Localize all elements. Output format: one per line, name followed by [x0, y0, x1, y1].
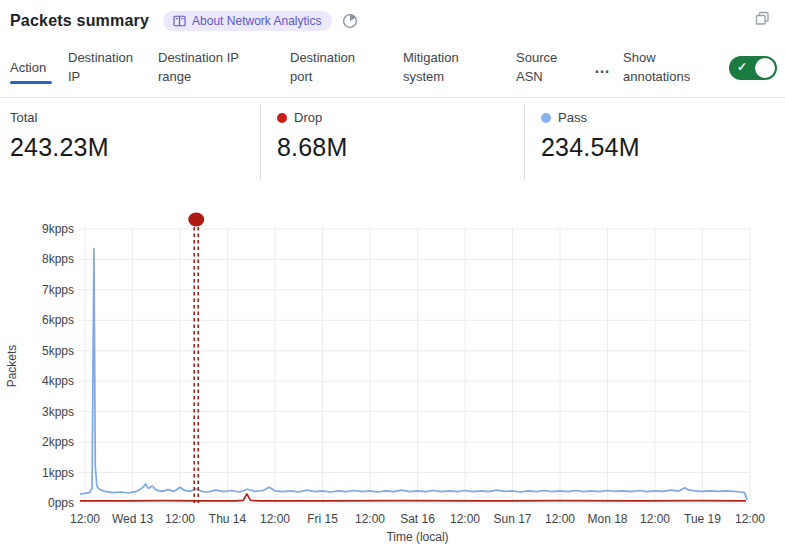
- x-tick-label: Thu 14: [209, 512, 247, 526]
- annotation-dot[interactable]: [188, 213, 204, 227]
- x-tick-label: 12:00: [260, 512, 290, 526]
- tab-destination-ip-range[interactable]: Destination IP range: [158, 49, 254, 87]
- stat-drop-value: 8.68M: [277, 133, 524, 162]
- tab-source-asn[interactable]: Source ASN: [516, 49, 566, 87]
- show-annotations-toggle[interactable]: ✓: [729, 56, 777, 80]
- y-tick-label: 0pps: [48, 496, 74, 510]
- x-tick-label: Sat 16: [400, 512, 435, 526]
- y-tick-label: 7kpps: [42, 283, 74, 297]
- stat-total-label: Total: [10, 110, 37, 125]
- y-tick-label: 1kpps: [42, 466, 74, 480]
- tab-mitigation-system[interactable]: Mitigation system: [403, 49, 475, 87]
- x-axis-title: Time (local): [386, 530, 448, 544]
- stat-drop-label: Drop: [294, 110, 322, 125]
- toggle-knob: [755, 58, 775, 78]
- stat-total-value: 243.23M: [10, 133, 260, 162]
- card-header: Packets summary About Network Analytics: [10, 8, 775, 34]
- stat-total: Total 243.23M: [0, 104, 260, 180]
- tab-action[interactable]: Action: [10, 59, 52, 78]
- stat-drop: Drop 8.68M: [260, 104, 524, 180]
- y-tick-label: 6kpps: [42, 313, 74, 327]
- tab-bar: Action Destination IP Destination IP ran…: [10, 42, 777, 94]
- expand-icon[interactable]: [754, 10, 771, 31]
- pie-timer-icon[interactable]: [342, 13, 358, 29]
- x-tick-label: Mon 18: [587, 512, 627, 526]
- x-tick-label: 12:00: [545, 512, 575, 526]
- packets-summary-card: Packets summary About Network Analytics …: [0, 0, 785, 555]
- y-tick-label: 8kpps: [42, 252, 74, 266]
- x-tick-label: Fri 15: [307, 512, 338, 526]
- x-tick-label: Wed 13: [112, 512, 153, 526]
- x-tick-label: Tue 19: [684, 512, 721, 526]
- stat-pass-label: Pass: [558, 110, 587, 125]
- about-network-analytics-badge[interactable]: About Network Analytics: [163, 11, 331, 31]
- x-tick-label: 12:00: [450, 512, 480, 526]
- x-tick-label: 12:00: [640, 512, 670, 526]
- x-tick-label: Sun 17: [493, 512, 531, 526]
- packets-time-series-chart[interactable]: 12:00Wed 1312:00Thu 1412:00Fri 1512:00Sa…: [0, 200, 785, 555]
- y-tick-label: 3kpps: [42, 405, 74, 419]
- badge-label: About Network Analytics: [192, 14, 321, 28]
- stat-pass: Pass 234.54M: [524, 104, 785, 180]
- y-tick-label: 5kpps: [42, 344, 74, 358]
- x-tick-label: 12:00: [165, 512, 195, 526]
- stats-row: Total 243.23M Drop 8.68M Pass 234.54M: [0, 104, 785, 180]
- book-icon: [173, 15, 186, 27]
- chart-canvas[interactable]: 12:00Wed 1312:00Thu 1412:00Fri 1512:00Sa…: [0, 200, 785, 555]
- y-tick-label: 2kpps: [42, 435, 74, 449]
- check-icon: ✓: [737, 60, 747, 74]
- x-tick-label: 12:00: [355, 512, 385, 526]
- x-tick-label: 12:00: [70, 512, 100, 526]
- divider: [0, 97, 785, 98]
- page-title: Packets summary: [10, 12, 149, 30]
- tab-destination-ip[interactable]: Destination IP: [68, 49, 142, 87]
- tab-destination-port[interactable]: Destination port: [290, 49, 368, 87]
- y-tick-label: 4kpps: [42, 374, 74, 388]
- y-tick-label: 9kpps: [42, 222, 74, 236]
- drop-legend-dot: [277, 113, 287, 123]
- show-annotations-label: Show annotations: [623, 49, 705, 87]
- more-tabs-ellipsis-icon[interactable]: …: [594, 59, 611, 77]
- y-axis-title: Packets: [5, 345, 19, 388]
- pass-legend-dot: [541, 113, 551, 123]
- stat-pass-value: 234.54M: [541, 133, 785, 162]
- x-tick-label: 12:00: [735, 512, 765, 526]
